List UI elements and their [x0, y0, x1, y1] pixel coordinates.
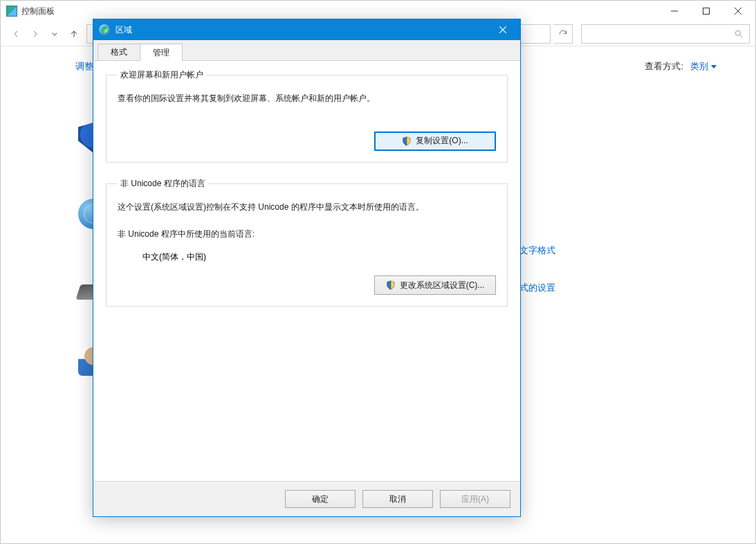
view-mode-dropdown[interactable]: 类别 — [690, 60, 717, 73]
tab-format[interactable]: 格式 — [98, 44, 140, 60]
uac-shield-icon — [402, 136, 412, 146]
ok-button[interactable]: 确定 — [285, 490, 356, 508]
tab-admin-page: 欢迎屏幕和新用户帐户 查看你的国际设置并将其复制到欢迎屏幕、系统帐户和新的用户帐… — [93, 61, 520, 481]
parent-title: 控制面板 — [21, 6, 55, 17]
non-unicode-desc: 这个设置(系统区域设置)控制在不支持 Unicode 的程序中显示文本时所使用的… — [118, 199, 496, 215]
tab-bar: 格式 管理 — [93, 40, 520, 61]
parent-window-controls — [658, 1, 754, 21]
welcome-screen-group: 欢迎屏幕和新用户帐户 查看你的国际设置并将其复制到欢迎屏幕、系统帐户和新的用户帐… — [106, 69, 508, 163]
back-button[interactable] — [6, 24, 26, 44]
view-label: 查看方式: — [645, 60, 683, 73]
view-mode-value: 类别 — [690, 60, 708, 73]
dialog-body: 格式 管理 欢迎屏幕和新用户帐户 查看你的国际设置并将其复制到欢迎屏幕、系统帐户… — [93, 40, 520, 516]
svg-line-5 — [740, 35, 742, 37]
control-panel-icon — [6, 6, 17, 17]
svg-rect-1 — [703, 8, 710, 15]
up-button[interactable] — [64, 24, 84, 44]
search-icon — [734, 29, 744, 39]
chevron-down-icon[interactable] — [45, 24, 64, 44]
svg-point-4 — [735, 30, 740, 35]
search-input[interactable] — [581, 24, 750, 44]
welcome-desc: 查看你的国际设置并将其复制到欢迎屏幕、系统帐户和新的用户帐户。 — [118, 91, 496, 107]
change-locale-label: 更改系统区域设置(C)... — [400, 280, 485, 291]
chevron-down-icon — [711, 65, 717, 69]
refresh-button[interactable] — [553, 24, 573, 44]
dialog-close-button[interactable] — [487, 19, 519, 40]
change-system-locale-button[interactable]: 更改系统区域设置(C)... — [374, 275, 496, 295]
link-item[interactable]: 文字格式 — [519, 244, 555, 257]
link-item[interactable]: 式的设置 — [519, 282, 555, 294]
close-button[interactable] — [722, 1, 754, 21]
non-unicode-group: 非 Unicode 程序的语言 这个设置(系统区域设置)控制在不支持 Unico… — [106, 178, 508, 307]
current-language-value: 中文(简体，中国) — [142, 251, 496, 263]
welcome-legend: 欢迎屏幕和新用户帐户 — [118, 69, 206, 81]
dialog-title: 区域 — [116, 24, 132, 36]
forward-button[interactable] — [26, 24, 45, 44]
copy-settings-button[interactable]: 复制设置(O)... — [374, 132, 496, 151]
tab-admin[interactable]: 管理 — [140, 44, 183, 61]
visible-links: 文字格式 式的设置 — [519, 244, 555, 294]
cancel-button[interactable]: 取消 — [362, 490, 433, 508]
minimize-button[interactable] — [658, 1, 690, 21]
non-unicode-legend: 非 Unicode 程序的语言 — [118, 178, 208, 190]
adjust-link[interactable]: 调整 — [75, 60, 93, 73]
uac-shield-icon — [386, 280, 396, 290]
current-language-label: 非 Unicode 程序中所使用的当前语言: — [118, 226, 496, 242]
dialog-footer: 确定 取消 应用(A) — [93, 481, 520, 516]
region-dialog: 区域 格式 管理 欢迎屏幕和新用户帐户 查看你的国际设置并将其复制到欢迎屏幕、系… — [93, 19, 521, 517]
copy-settings-label: 复制设置(O)... — [416, 135, 468, 147]
apply-button[interactable]: 应用(A) — [440, 490, 510, 508]
globe-icon — [99, 24, 110, 35]
maximize-button[interactable] — [690, 1, 722, 21]
dialog-titlebar: 区域 — [93, 19, 520, 40]
